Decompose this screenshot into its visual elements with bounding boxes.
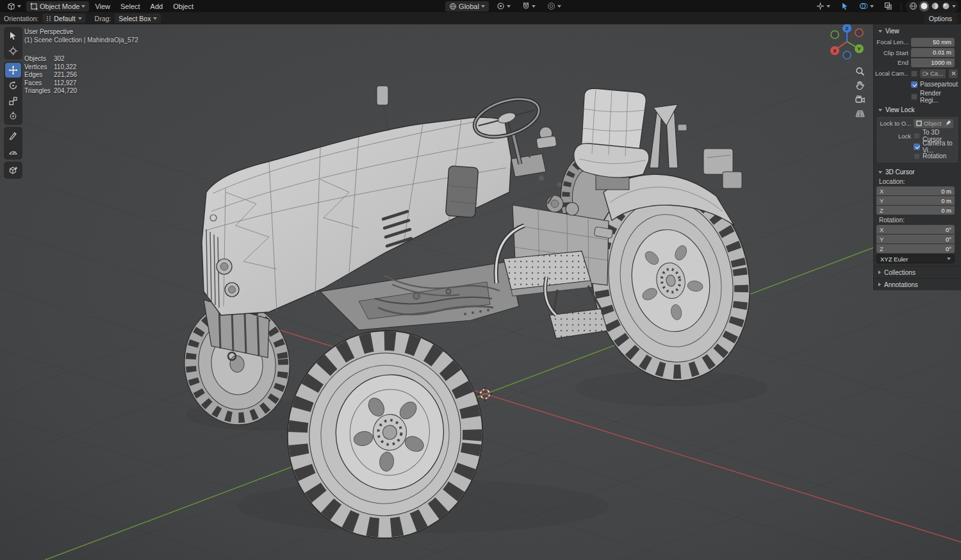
section-collections-header[interactable]: Collections: [874, 266, 961, 278]
tool-settings-bar: Orientation: Default Drag: Select Box Op…: [0, 12, 961, 24]
to-3d-cursor-checkbox[interactable]: [914, 133, 920, 139]
tool-cursor[interactable]: [5, 44, 21, 58]
select-cursor-toggle-active[interactable]: [837, 1, 853, 12]
lock-to-object-value: Object: [924, 120, 943, 127]
pivot-point-button[interactable]: [493, 1, 514, 12]
show-overlays-toggle-active[interactable]: [855, 1, 878, 12]
navigation-gizmo[interactable]: Z Y X: [825, 20, 869, 63]
cursor-location-z[interactable]: Z 0 m: [876, 206, 955, 215]
tool-annotate[interactable]: [5, 128, 21, 143]
stat-value: 302: [54, 55, 138, 63]
local-camera-field[interactable]: Ca...: [920, 69, 946, 78]
pan-button[interactable]: [853, 79, 866, 92]
rotation-lock-label: Rotation: [923, 152, 946, 160]
perspective-grid-icon: [855, 110, 865, 118]
axis-value: 0 m: [941, 207, 951, 214]
camera-view-button[interactable]: [853, 93, 866, 106]
cursor-tool-icon: [8, 46, 18, 56]
stat-label: Edges: [24, 71, 54, 79]
tool-select-box[interactable]: [5, 28, 21, 43]
clip-start-field[interactable]: 0.01 m: [911, 48, 955, 57]
rotation-lock-checkbox[interactable]: [914, 153, 920, 160]
stat-value: 204,720: [54, 87, 138, 95]
tool-move[interactable]: [5, 63, 21, 78]
stat-label: Faces: [24, 79, 54, 88]
section-view-lock-header[interactable]: View Lock: [874, 104, 961, 115]
xray-toggle[interactable]: [880, 1, 896, 12]
magnifier-icon: [855, 67, 865, 76]
tool-rotate[interactable]: [5, 78, 21, 93]
camera-to-view-checkbox[interactable]: [914, 144, 920, 150]
section-3d-cursor-header[interactable]: 3D Cursor: [874, 167, 961, 177]
scale-tool-icon: [8, 96, 18, 106]
orientation-select[interactable]: Default: [42, 13, 85, 23]
axis-value: 0°: [946, 245, 951, 252]
local-camera-checkbox[interactable]: [911, 70, 917, 77]
eyedropper-icon[interactable]: [945, 120, 951, 126]
add-cube-icon: [8, 165, 18, 175]
camera-icon: [855, 95, 865, 104]
chevron-down-icon: [507, 5, 511, 8]
clip-end-field[interactable]: 1000 m: [911, 58, 955, 67]
shading-material-button[interactable]: [930, 1, 940, 12]
menu-add[interactable]: Add: [146, 0, 168, 12]
axis-label: Z: [880, 207, 883, 214]
chevron-right-icon: [878, 283, 881, 286]
stat-value: 112,927: [54, 79, 138, 88]
section-annotations-header[interactable]: Annotations: [874, 278, 961, 290]
tool-measure[interactable]: [5, 144, 21, 158]
proportional-editing-button[interactable]: [543, 1, 565, 12]
rotate-tool-icon: [8, 81, 18, 90]
chevron-down-icon: [557, 5, 561, 8]
drag-select[interactable]: Select Box: [115, 13, 161, 23]
magnet-icon: [522, 2, 530, 10]
zoom-button[interactable]: [853, 65, 866, 78]
shading-rendered-button[interactable]: [941, 1, 951, 12]
axis-label: X: [880, 188, 883, 195]
options-button[interactable]: Options: [924, 13, 957, 24]
menu-select[interactable]: Select: [116, 0, 145, 12]
focal-length-field[interactable]: 50 mm: [911, 38, 955, 47]
3d-viewport[interactable]: [0, 0, 961, 560]
local-camera-value: Ca...: [930, 70, 943, 77]
transform-orientation-label: Global: [459, 3, 479, 10]
menu-view[interactable]: View: [90, 0, 115, 12]
render-region-label: Render Regi...: [920, 90, 955, 104]
snap-button[interactable]: [518, 1, 539, 12]
globe-icon: [449, 3, 457, 10]
section-view-header[interactable]: View: [874, 26, 961, 37]
cursor-location-x[interactable]: X 0 m: [876, 186, 955, 195]
clear-local-camera-button[interactable]: [949, 69, 958, 78]
cursor-rotation-x[interactable]: X 0°: [876, 225, 955, 234]
gizmo-z-neg[interactable]: [843, 51, 851, 59]
cursor-select-icon: [841, 2, 849, 10]
camera-data-icon: [923, 71, 928, 76]
lock-to-object-field[interactable]: Object: [914, 119, 953, 128]
transform-orientation-select[interactable]: Global: [445, 1, 489, 12]
scene-statistics: Objects302 Vertices110,322 Edges221,256 …: [24, 55, 138, 95]
tool-add-cube[interactable]: [5, 163, 21, 177]
render-region-checkbox[interactable]: [911, 94, 917, 100]
tool-transform[interactable]: [5, 109, 21, 124]
editor-type-button[interactable]: [3, 1, 25, 12]
cursor-rotation-z[interactable]: Z 0°: [876, 244, 955, 253]
gizmo-x-neg[interactable]: [855, 29, 863, 37]
perspective-toggle-button[interactable]: [853, 107, 866, 120]
shading-solid-button[interactable]: [919, 1, 929, 12]
cursor-location-y[interactable]: Y 0 m: [876, 196, 955, 205]
cursor-rotation-y[interactable]: Y 0°: [876, 235, 955, 243]
clip-start-label: Clip Start: [875, 49, 908, 56]
shading-mode-group: [906, 1, 958, 12]
toolbar: [4, 27, 22, 179]
gizmo-z-label: Z: [846, 26, 849, 31]
rotation-mode-select[interactable]: XYZ Euler: [876, 254, 955, 263]
tool-scale[interactable]: [5, 94, 21, 108]
mode-select[interactable]: Object Mode: [26, 1, 89, 12]
menu-object[interactable]: Object: [168, 0, 198, 12]
shading-wireframe-button[interactable]: [908, 1, 918, 12]
section-3d-cursor-title: 3D Cursor: [885, 169, 915, 176]
gizmo-y-neg[interactable]: [831, 31, 839, 38]
passepartout-checkbox[interactable]: [911, 81, 917, 88]
axis-label: Y: [880, 236, 883, 243]
show-gizmo-toggle[interactable]: [812, 1, 834, 12]
